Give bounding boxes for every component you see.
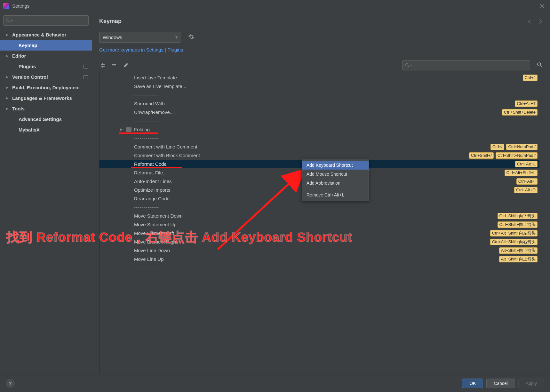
collapse-all-icon[interactable] <box>111 62 118 69</box>
cancel-button[interactable]: Cancel <box>486 379 515 388</box>
chevron-down-icon: ▾ <box>175 35 178 40</box>
shortcuts: Ctrl+Alt+L <box>515 161 539 167</box>
content-pane: Keymap Windows ▾ Get more keymaps in Set… <box>92 12 550 374</box>
close-icon[interactable] <box>538 2 547 11</box>
sidebar-item-label: Tools <box>12 106 92 111</box>
sidebar-search[interactable]: ▾ <box>3 15 89 26</box>
chevron-right-icon: ▶ <box>6 107 10 111</box>
tree-action[interactable]: Comment with Line CommentCtrl+/Ctrl+NumP… <box>100 142 539 151</box>
shortcut-badge: Ctrl+Shift+向上箭头 <box>498 221 538 228</box>
sidebar-item-keymap[interactable]: Keymap <box>0 40 92 51</box>
forward-icon[interactable] <box>537 19 543 24</box>
tree-row-label: Reformat File... <box>134 170 167 175</box>
tree-row-label: Auto-Indent Lines <box>134 179 172 184</box>
footer: ? OK Cancel Apply <box>0 374 550 392</box>
sidebar-nav: ▶Appearance & BehaviorKeymap▶EditorPlugi… <box>0 29 92 374</box>
context-menu-item[interactable]: Add Mouse Shortcut <box>302 170 369 179</box>
actions-search[interactable]: ▾ <box>402 60 530 70</box>
expand-all-icon[interactable] <box>99 62 106 69</box>
gear-icon[interactable] <box>188 34 195 41</box>
chevron-right-icon: ▶ <box>120 127 123 132</box>
context-menu: Add Keyboard ShortcutAdd Mouse ShortcutA… <box>302 159 369 201</box>
tree-folder[interactable]: ▶Folding <box>100 125 539 134</box>
shortcut-badge: Ctrl+Shift+Delete <box>502 109 538 116</box>
search-icon <box>6 18 11 23</box>
sidebar-item-build-execution-deployment[interactable]: ▶Build, Execution, Deployment <box>0 82 92 93</box>
sidebar-item-label: MybatisX <box>19 127 92 132</box>
help-button[interactable]: ? <box>6 379 15 388</box>
search-icon <box>405 63 410 68</box>
project-badge-icon <box>84 75 88 79</box>
titlebar: Settings <box>0 0 550 12</box>
context-menu-item[interactable]: Add Keyboard Shortcut <box>302 161 369 170</box>
chevron-right-icon: ▶ <box>6 85 10 90</box>
shortcuts: Alt+Shift+向下箭头 <box>499 247 539 254</box>
shortcut-badge: Ctrl+J <box>523 75 538 81</box>
shortcuts: Alt+Shift+向上箭头 <box>499 256 539 262</box>
find-by-shortcut-icon[interactable] <box>537 62 543 69</box>
tree-row-label: Save as Live Template... <box>134 84 186 89</box>
tree-action[interactable]: Move Line UpAlt+Shift+向上箭头 <box>100 255 539 263</box>
window-title: Settings <box>12 3 29 9</box>
page-title: Keymap <box>99 18 122 25</box>
keymap-scheme-select[interactable]: Windows ▾ <box>99 32 181 43</box>
tree-action[interactable]: Move Line DownAlt+Shift+向下箭头 <box>100 246 539 255</box>
cancel-label: Cancel <box>494 381 508 386</box>
tree-row-label: Comment with Line Comment <box>134 144 197 149</box>
tree-row-label: Move Line Down <box>134 248 170 253</box>
sidebar-item-plugins[interactable]: Plugins <box>0 61 92 72</box>
sidebar-item-tools[interactable]: ▶Tools <box>0 103 92 114</box>
tree-action[interactable]: Move Statement DownCtrl+Shift+向下箭头 <box>100 212 539 220</box>
annotation-underline-reformat <box>131 167 182 168</box>
ok-button[interactable]: OK <box>462 379 483 388</box>
app-icon <box>3 3 9 9</box>
tree-row-label: ------------- <box>134 135 159 141</box>
keymap-tree[interactable]: Insert Live Template...Ctrl+JSave as Liv… <box>100 73 543 374</box>
sidebar-item-label: Advanced Settings <box>19 116 92 122</box>
shortcuts: Ctrl+J <box>523 75 539 81</box>
shortcuts: Ctrl+Shift+向上箭头 <box>498 221 539 228</box>
shortcut-badge: Ctrl+Alt+L <box>515 161 538 167</box>
chevron-down-icon: ▾ <box>410 64 412 67</box>
chevron-right-icon: ▶ <box>6 54 10 58</box>
sidebar-item-languages-frameworks[interactable]: ▶Languages & Frameworks <box>0 93 92 103</box>
context-menu-item-remove[interactable]: Remove Ctrl+Alt+L <box>302 190 369 199</box>
tree-row-label: ------------- <box>134 265 159 270</box>
edit-icon[interactable] <box>122 62 129 69</box>
sidebar-item-label: Editor <box>12 53 92 59</box>
shortcut-badge: Ctrl+Alt+T <box>515 100 538 107</box>
tree-action[interactable]: Unwrap/Remove...Ctrl+Shift+Delete <box>100 108 539 116</box>
tree-action[interactable]: Move Statement UpCtrl+Shift+向上箭头 <box>100 220 539 229</box>
tree-row-label: Insert Live Template... <box>134 75 181 80</box>
tree-action[interactable]: Save as Live Template... <box>100 82 539 91</box>
sidebar-item-advanced-settings[interactable]: Advanced Settings <box>0 114 92 124</box>
tree-action[interactable]: Surround With...Ctrl+Alt+T <box>100 99 539 108</box>
sidebar-item-version-control[interactable]: ▶Version Control <box>0 72 92 82</box>
tree-row-label: Folding <box>134 127 150 132</box>
tree-row-label: Optimize Imports <box>134 187 170 193</box>
shortcut-badge: Ctrl+NumPad / <box>506 144 538 150</box>
tree-row-label: ------------- <box>134 118 159 124</box>
apply-button[interactable]: Apply <box>518 379 544 388</box>
tree-row-label: ------------- <box>134 204 159 210</box>
sidebar-item-appearance-behavior[interactable]: ▶Appearance & Behavior <box>0 29 92 40</box>
tree-separator: ------------- <box>100 116 539 125</box>
context-menu-item[interactable]: Add Abbreviation <box>302 179 369 188</box>
get-keymaps-link[interactable]: Get more keymaps in Settings | Plugins <box>99 47 543 52</box>
back-icon[interactable] <box>527 19 533 24</box>
shortcuts: Ctrl+Shift+向下箭头 <box>498 213 539 219</box>
shortcut-badge: Ctrl+Alt+O <box>514 187 538 193</box>
sidebar-item-label: Languages & Frameworks <box>12 95 92 101</box>
sidebar-item-editor[interactable]: ▶Editor <box>0 51 92 61</box>
tree-separator: ------------- <box>100 203 539 212</box>
tree-action[interactable]: Insert Live Template...Ctrl+J <box>100 73 539 82</box>
sidebar-item-mybatisx[interactable]: MybatisX <box>0 124 92 135</box>
sidebar-item-label: Keymap <box>19 43 92 48</box>
tree-separator: ------------- <box>100 134 539 142</box>
sidebar-search-input[interactable] <box>15 18 86 23</box>
tree-action[interactable]: Comment with Block CommentCtrl+Shift+/Ct… <box>100 151 539 160</box>
project-badge-icon <box>84 65 88 68</box>
actions-search-input[interactable] <box>414 63 527 68</box>
sidebar: ▾ ▶Appearance & BehaviorKeymap▶EditorPlu… <box>0 12 92 374</box>
tree-row-label: Surround With... <box>134 101 169 106</box>
